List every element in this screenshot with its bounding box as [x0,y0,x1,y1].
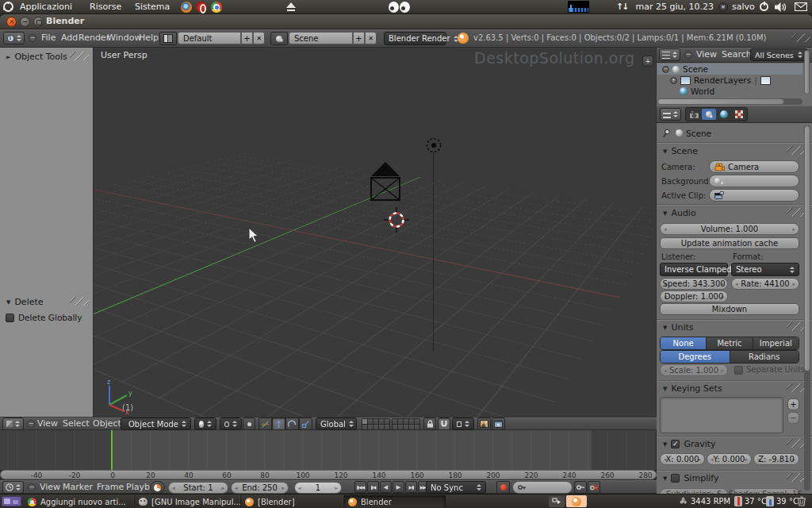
screen-layout-icon-button[interactable] [159,32,177,45]
timeline-menu-view[interactable]: View [40,482,60,492]
delete-screen-layout-button[interactable]: ✕ [253,32,265,44]
unit-radians-button[interactable]: Radians [730,351,799,363]
rate-field[interactable]: Rate: 44100 [731,278,799,290]
editor-type-button-properties[interactable] [660,108,681,121]
timeline-collapse-button[interactable]: − [28,483,36,491]
gravity-z-field[interactable]: Z: -9.810 [753,453,799,465]
mixdown-button[interactable]: Mixdown [660,303,799,315]
taskbar-window-blender-active[interactable]: Blender [344,495,446,508]
simplify-panel-grip[interactable] [787,473,806,482]
viewport-menu-view[interactable]: View [37,418,58,429]
snap-element-dropdown[interactable] [452,418,474,430]
keying-panel-grip[interactable] [787,383,806,392]
add-scene-button[interactable]: + [353,32,365,44]
tab-render[interactable] [687,109,701,120]
window-titlebar[interactable]: ✕ − Blender [0,14,812,29]
simplify-checkbox[interactable] [671,474,680,483]
firefox-launcher-icon[interactable] [181,2,192,13]
unit-degrees-button[interactable]: Degrees [661,351,730,363]
tab-texture[interactable] [732,109,746,120]
sync-dropdown[interactable]: No Sync [426,481,486,494]
system-monitor-applet[interactable] [568,1,589,13]
frame-start-field[interactable]: Start: 1 [168,482,228,494]
camera-field[interactable]: Camera [709,160,799,173]
outliner-menu-search[interactable]: Search [722,49,752,60]
subdivision-field[interactable]: Subdivision: 6 [660,488,728,494]
translate-manipulator-button[interactable] [272,418,285,430]
collapse-menus-button[interactable]: − [29,34,36,42]
auto-keyframe-record-button[interactable] [496,481,510,494]
editor-type-button-info[interactable]: i [3,32,25,44]
menu-help[interactable]: Help [139,33,159,43]
region-expand-button[interactable]: + [642,56,653,67]
menu-render[interactable]: Render [79,33,109,43]
outliner-collapse-button[interactable]: − [684,51,692,59]
background-field[interactable] [709,175,799,187]
update-animation-cache-button[interactable]: Update animation cache [660,237,799,249]
outliner-vscroll-thumb[interactable] [804,50,810,94]
outliner-hscroll-thumb[interactable] [657,98,784,105]
keying-sets-list[interactable] [660,397,783,433]
layers-grid-1[interactable] [362,418,390,430]
current-frame-field[interactable]: 1 [294,482,342,494]
outliner-row-scene[interactable]: − Scene [657,64,802,75]
workspace-switcher[interactable] [2,496,21,506]
outliner-menu-view[interactable]: View [696,49,717,60]
viewport-menu-object[interactable]: Object [93,418,121,429]
corner-resize-grip[interactable] [791,33,810,42]
object-tools-panel-header[interactable]: ►Object Tools [6,52,67,62]
scene-name-field[interactable]: Scene [289,32,353,44]
expand-expander-icon[interactable]: + [670,77,677,84]
separate-units-checkbox[interactable] [734,366,743,375]
mode-dropdown[interactable]: Object Mode [121,418,191,430]
properties-vscroll-track[interactable] [804,125,810,491]
gravity-x-field[interactable]: X: 0.000 [660,453,705,465]
outliner-scope-dropdown[interactable]: All Scenes [750,48,807,61]
taskbar-window-chrome[interactable]: Aggiungi nuovo arti... [24,495,135,508]
timeline-ruler[interactable]: -40 -20 0 20 40 60 80 100 120 140 160 18… [0,470,657,479]
add-keying-set-button[interactable]: + [787,398,799,410]
editor-type-button-timeline[interactable] [2,481,24,494]
scale-manipulator-button[interactable] [299,418,312,430]
next-keyframe-button[interactable]: ▶▮ [405,481,417,493]
delete-keyframe-button[interactable] [588,481,600,494]
tray-blender-icon[interactable] [566,495,587,507]
menu-applicazioni[interactable]: Applicazioni [20,2,72,12]
volume-icon[interactable] [775,2,787,15]
delete-panel-grip[interactable] [70,297,89,306]
breadcrumb[interactable]: Scene [686,129,711,138]
timeline-menu-frame[interactable]: Frame [97,482,124,492]
pivot-align-toggle[interactable] [243,418,255,430]
delete-panel-header[interactable]: ▼Delete [6,297,44,307]
menu-window[interactable]: Window [107,33,141,43]
camera-object[interactable] [363,156,408,205]
scene-panel-grip[interactable] [787,146,806,155]
speed-field[interactable]: Speed: 343.300 [660,278,728,290]
timeline-menu-marker[interactable]: Marker [63,482,93,492]
audio-panel-grip[interactable] [787,208,806,217]
gravity-checkbox[interactable]: ✓ [671,440,680,448]
unit-scale-field[interactable]: Scale: 1.000 [660,364,728,376]
snap-toggle-button[interactable] [438,418,450,430]
delete-scene-button[interactable]: ✕ [365,32,377,44]
timeline-strip[interactable] [0,430,657,470]
network-updown-icon[interactable]: ↑↓ [616,2,627,12]
shadow-samples-field[interactable]: Shadow Sampl: 16 [731,488,799,494]
time-display-toggle[interactable] [150,481,165,494]
window-close-button[interactable]: ✕ [6,17,17,27]
manipulator-toggle-button[interactable] [259,418,272,430]
play-reverse-button[interactable]: ◀ [380,481,392,493]
lamp-object[interactable] [422,133,446,157]
opengl-render-still-button[interactable] [477,418,491,430]
insert-keyframe-button[interactable] [574,481,587,494]
outliner-row-renderlayers[interactable]: + RenderLayers | [657,75,802,86]
viewport-menu-select[interactable]: Select [63,418,90,429]
doppler-field[interactable]: Doppler: 1.000 [660,291,728,302]
prev-keyframe-button[interactable]: ▮◀ [367,481,379,493]
scene-icon-button[interactable] [270,32,288,45]
listener-dropdown[interactable]: Inverse Clamped [660,263,728,276]
keying-sets-panel-header[interactable]: ▼Keying Sets [663,383,722,394]
menu-sistema[interactable]: Sistema [135,2,170,12]
play-button[interactable]: ▶ [393,481,404,493]
window-minimize-button[interactable]: − [20,17,30,27]
